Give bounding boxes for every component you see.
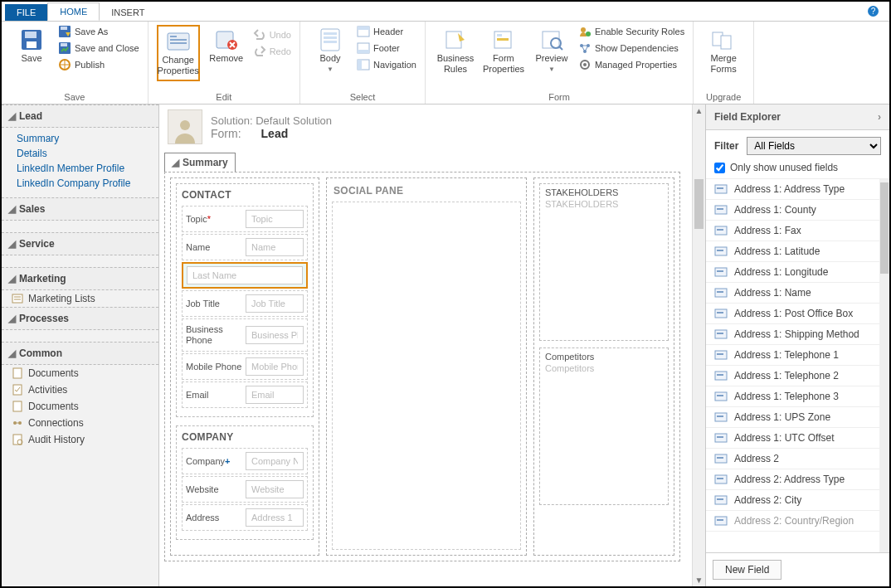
nav-item-documents2[interactable]: Documents [2, 398, 158, 415]
change-properties-button[interactable]: Change Properties [157, 25, 200, 81]
field-website-input[interactable] [246, 480, 304, 498]
field-item[interactable]: Address 1: UTC Offset [706, 428, 879, 449]
tab-file[interactable]: FILE [5, 4, 47, 21]
section-company[interactable]: COMPANY Company+ Website Address [176, 425, 314, 540]
subgrid-stakeholders[interactable]: STAKEHOLDERS STAKEHOLDERS [539, 183, 669, 341]
publish-button[interactable]: Publish [58, 58, 139, 71]
nav-section-service[interactable]: ◢Service [2, 232, 158, 255]
field-jobtitle-input[interactable] [246, 294, 304, 313]
svg-text:?: ? [871, 7, 876, 16]
field-name[interactable]: Name [182, 234, 308, 260]
header-button[interactable]: Header [357, 25, 416, 38]
field-bizphone-input[interactable] [246, 326, 304, 344]
field-item-label: Address 1: Latitude [734, 245, 820, 257]
field-job-title[interactable]: Job Title [182, 290, 308, 317]
field-last-name[interactable] [182, 262, 308, 289]
field-item[interactable]: Address 1: Fax [706, 221, 879, 241]
nav-link-linkedin-member[interactable]: LinkedIn Member Profile [17, 161, 158, 176]
form-properties-button[interactable]: Form Properties [482, 25, 525, 75]
nav-link-linkedin-company[interactable]: LinkedIn Company Profile [17, 176, 158, 191]
managed-props-button[interactable]: Managed Properties [578, 58, 684, 71]
fe-scroll-thumb[interactable] [880, 182, 889, 274]
merge-forms-button[interactable]: Merge Forms [702, 25, 745, 75]
tab-home[interactable]: HOME [47, 2, 100, 21]
body-button[interactable]: Body ▼ [309, 25, 352, 75]
svg-rect-21 [358, 27, 369, 30]
nav-common-label: Common [19, 347, 62, 359]
field-item[interactable]: Address 1: Latitude [706, 241, 879, 262]
filter-select[interactable]: All Fields [747, 137, 881, 155]
field-item[interactable]: Address 1: Telephone 3 [706, 386, 879, 407]
show-deps-button[interactable]: Show Dependencies [578, 41, 684, 55]
new-field-button[interactable]: New Field [713, 560, 781, 580]
field-email-input[interactable] [246, 386, 304, 404]
field-item[interactable]: Address 2 [706, 449, 879, 469]
field-item[interactable]: Address 2: City [706, 490, 879, 511]
field-business-phone[interactable]: Business Phone [182, 318, 308, 352]
field-mobile-input[interactable] [246, 357, 304, 376]
field-item[interactable]: Address 2: Address Type [706, 469, 879, 490]
nav-item-activities[interactable]: Activities [2, 381, 158, 398]
field-address[interactable]: Address [182, 504, 308, 531]
field-mobile-phone[interactable]: Mobile Phone [182, 353, 308, 380]
ribbon-group-select-label: Select [309, 92, 416, 102]
field-name-input[interactable] [246, 238, 304, 256]
only-unused-checkbox[interactable] [714, 163, 725, 173]
scroll-down-icon[interactable]: ▼ [693, 576, 705, 585]
business-rules-button[interactable]: Business Rules [434, 25, 477, 75]
field-topic-input[interactable] [246, 210, 304, 228]
navigation-button[interactable]: Navigation [357, 58, 416, 71]
field-last-name-input[interactable] [187, 266, 303, 284]
field-item[interactable]: Address 2: Country/Region [706, 511, 879, 532]
redo-button[interactable]: Redo [253, 45, 291, 58]
remove-button[interactable]: Remove [205, 25, 248, 64]
save-as-button[interactable]: Save As [58, 25, 139, 38]
field-item-label: Address 1: Post Office Box [734, 308, 853, 319]
fe-scrollbar[interactable] [879, 179, 889, 552]
field-item[interactable]: Address 1: Longitude [706, 262, 879, 283]
field-topic[interactable]: Topic* [182, 206, 308, 232]
save-and-close-button[interactable]: Save and Close [58, 41, 139, 55]
save-button[interactable]: Save [10, 25, 53, 64]
undo-button[interactable]: Undo [253, 28, 291, 41]
footer-button[interactable]: Footer [357, 41, 416, 55]
enable-security-button[interactable]: Enable Security Roles [578, 25, 684, 38]
scroll-thumb[interactable] [694, 179, 704, 229]
field-item[interactable]: Address 1: Name [706, 283, 879, 304]
field-item[interactable]: Address 1: UPS Zone [706, 407, 879, 428]
field-company-input[interactable] [246, 452, 304, 470]
svg-line-32 [559, 46, 562, 50]
help-icon[interactable]: ? [867, 5, 879, 17]
preview-button[interactable]: Preview ▼ [530, 25, 573, 75]
nav-section-common[interactable]: ◢Common [2, 342, 158, 365]
nav-section-sales[interactable]: ◢Sales [2, 197, 158, 221]
field-email[interactable]: Email [182, 381, 308, 408]
tab-insert[interactable]: INSERT [100, 4, 156, 21]
nav-link-details[interactable]: Details [17, 146, 158, 161]
nav-link-summary[interactable]: Summary [17, 131, 158, 146]
tab-summary[interactable]: ◢Summary [164, 153, 236, 172]
field-item-label: Address 2: Country/Region [734, 515, 854, 527]
field-website[interactable]: Website [182, 476, 308, 503]
nav-item-marketing-lists[interactable]: Marketing Lists [2, 290, 158, 307]
field-item[interactable]: Address 1: Address Type [706, 179, 879, 200]
field-address-input[interactable] [246, 508, 304, 527]
field-item[interactable]: Address 1: Post Office Box [706, 304, 879, 324]
field-company[interactable]: Company+ [182, 448, 308, 474]
nav-item-connections[interactable]: Connections [2, 415, 158, 431]
nav-section-marketing[interactable]: ◢Marketing [2, 267, 158, 290]
section-contact[interactable]: CONTACT Topic* Name J [176, 183, 314, 417]
nav-item-documents[interactable]: Documents [2, 365, 158, 381]
collapse-panel-icon[interactable]: › [878, 111, 881, 123]
canvas-scrollbar[interactable]: ▲ ▼ [692, 104, 705, 586]
scroll-up-icon[interactable]: ▲ [693, 106, 705, 115]
nav-section-lead[interactable]: ◢Lead [2, 104, 158, 128]
field-item[interactable]: Address 1: Telephone 1 [706, 345, 879, 366]
field-item[interactable]: Address 1: Shipping Method [706, 324, 879, 345]
nav-section-processes[interactable]: ◢Processes [2, 307, 158, 330]
field-item[interactable]: Address 1: Telephone 2 [706, 366, 879, 386]
subgrid-competitors[interactable]: Competitors Competitors [539, 347, 669, 505]
field-item[interactable]: Address 1: County [706, 200, 879, 221]
social-pane-body[interactable] [332, 202, 521, 550]
nav-item-audit[interactable]: Audit History [2, 431, 158, 448]
